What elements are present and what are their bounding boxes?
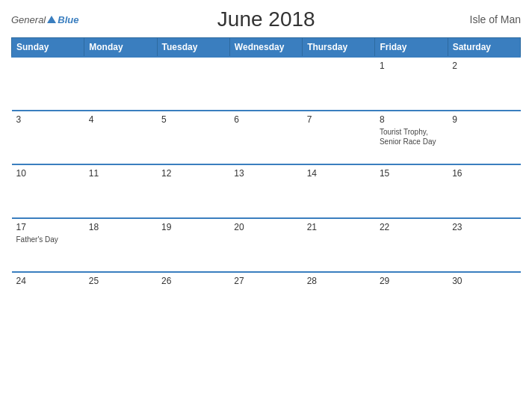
day-number: 21 — [307, 222, 371, 232]
day-number: 10 — [16, 168, 80, 179]
day-number: 24 — [16, 276, 80, 286]
day-number: 23 — [452, 222, 516, 232]
calendar-cell: 3 — [12, 111, 84, 164]
day-number: 3 — [16, 114, 80, 125]
day-header-thursday: Thursday — [303, 38, 375, 58]
calendar-cell: 10 — [12, 164, 84, 218]
days-header-row: SundayMondayTuesdayWednesdayThursdayFrid… — [12, 38, 521, 58]
day-number: 20 — [234, 222, 297, 232]
calendar-cell: 28 — [303, 272, 375, 326]
calendar-cell: 5 — [157, 111, 229, 164]
calendar-cell: 29 — [375, 272, 448, 326]
calendar-cell: 2 — [448, 57, 520, 111]
calendar-cell — [84, 57, 157, 111]
calendar-cell: 20 — [229, 218, 302, 272]
week-row-3: 10111213141516 — [12, 164, 521, 218]
day-number: 8 — [380, 114, 443, 125]
calendar-cell: 16 — [448, 164, 520, 218]
calendar-cell: 13 — [229, 164, 302, 218]
day-number: 27 — [234, 276, 297, 286]
calendar-cell: 26 — [157, 272, 229, 326]
calendar-title: June 2018 — [78, 7, 454, 31]
calendar-cell: 22 — [375, 218, 448, 272]
calendar-cell: 9 — [448, 111, 520, 164]
day-number: 6 — [234, 114, 297, 125]
logo: General Blue — [11, 14, 78, 25]
day-number: 13 — [234, 168, 297, 179]
calendar-cell: 25 — [84, 272, 157, 326]
calendar-cell: 30 — [448, 272, 520, 326]
day-number: 28 — [307, 276, 371, 286]
day-number: 11 — [89, 168, 152, 179]
week-row-4: 17Father's Day181920212223 — [12, 218, 521, 272]
calendar-cell: 4 — [84, 111, 157, 164]
logo-blue-text: Blue — [58, 14, 78, 25]
calendar-cell: 8Tourist Trophy, Senior Race Day — [375, 111, 448, 164]
day-number: 1 — [380, 61, 443, 71]
day-header-sunday: Sunday — [12, 38, 84, 58]
calendar-cell — [229, 57, 302, 111]
week-row-5: 24252627282930 — [12, 272, 521, 326]
day-number: 5 — [161, 114, 225, 125]
calendar-cell — [303, 57, 375, 111]
event-text: Tourist Trophy, Senior Race Day — [380, 127, 443, 146]
day-header-monday: Monday — [84, 38, 157, 58]
calendar-cell: 11 — [84, 164, 157, 218]
calendar-cell — [157, 57, 229, 111]
week-row-2: 345678Tourist Trophy, Senior Race Day9 — [12, 111, 521, 164]
calendar-cell: 19 — [157, 218, 229, 272]
calendar-cell: 12 — [157, 164, 229, 218]
calendar-cell: 24 — [12, 272, 84, 326]
day-number: 25 — [89, 276, 152, 286]
day-number: 7 — [307, 114, 371, 125]
day-number: 9 — [452, 114, 516, 125]
calendar-cell: 7 — [303, 111, 375, 164]
calendar-cell: 18 — [84, 218, 157, 272]
day-number: 16 — [452, 168, 516, 179]
day-number: 17 — [16, 222, 80, 232]
calendar-cell — [12, 57, 84, 111]
day-number: 14 — [307, 168, 371, 179]
day-number: 2 — [452, 61, 516, 71]
week-row-1: 12 — [12, 57, 521, 111]
calendar-cell: 21 — [303, 218, 375, 272]
day-header-tuesday: Tuesday — [157, 38, 229, 58]
calendar-grid: SundayMondayTuesdayWednesdayThursdayFrid… — [11, 37, 521, 326]
calendar-header: General Blue June 2018 Isle of Man — [11, 7, 521, 31]
calendar-cell: 17Father's Day — [12, 218, 84, 272]
day-number: 15 — [380, 168, 443, 179]
calendar-wrapper: General Blue June 2018 Isle of Man Sunda… — [0, 0, 532, 411]
day-number: 29 — [380, 276, 443, 286]
day-number: 12 — [161, 168, 225, 179]
calendar-cell: 14 — [303, 164, 375, 218]
calendar-cell: 1 — [375, 57, 448, 111]
calendar-cell: 15 — [375, 164, 448, 218]
day-number: 19 — [161, 222, 225, 232]
day-header-wednesday: Wednesday — [229, 38, 302, 58]
day-number: 22 — [380, 222, 443, 232]
event-text: Father's Day — [16, 235, 80, 244]
day-number: 18 — [89, 222, 152, 232]
calendar-cell: 6 — [229, 111, 302, 164]
day-header-friday: Friday — [375, 38, 448, 58]
logo-triangle-icon — [47, 16, 56, 23]
day-number: 26 — [161, 276, 225, 286]
day-number: 4 — [89, 114, 152, 125]
day-number: 30 — [452, 276, 516, 286]
calendar-cell: 27 — [229, 272, 302, 326]
calendar-cell: 23 — [448, 218, 520, 272]
logo-general-text: General — [11, 14, 46, 25]
day-header-saturday: Saturday — [448, 38, 520, 58]
region-label: Isle of Man — [454, 13, 521, 25]
